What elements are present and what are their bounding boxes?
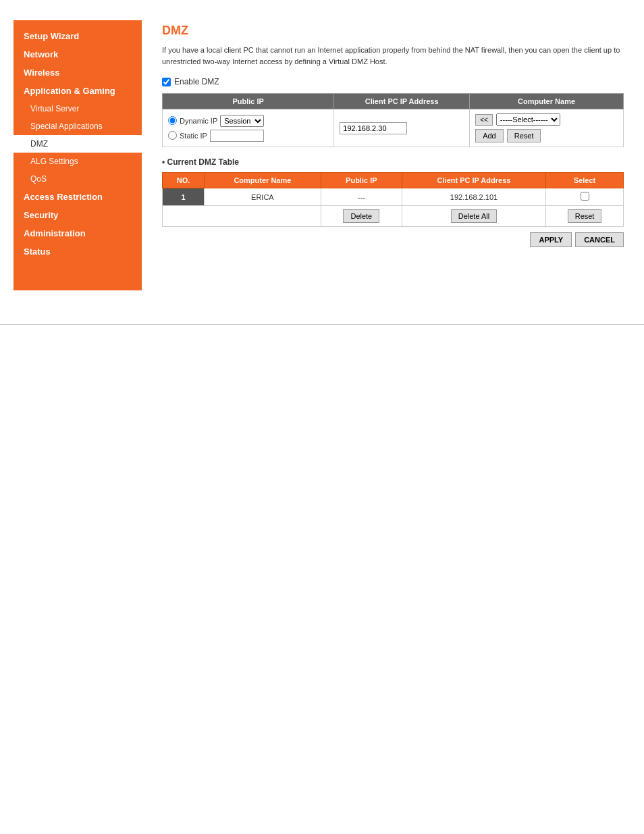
sidebar-item-status[interactable]: Status	[14, 242, 142, 261]
reset-top-button[interactable]: Reset	[507, 129, 541, 142]
session-select[interactable]: Session 1	[220, 115, 264, 127]
sidebar-item-qos[interactable]: QoS	[14, 170, 142, 188]
config-table: Public IP Client PC IP Address Computer …	[162, 93, 624, 147]
static-ip-row: Static IP	[168, 130, 328, 142]
page-divider	[0, 324, 644, 325]
delete-all-cell: Delete All	[402, 206, 545, 227]
add-reset-row: Add Reset	[475, 129, 618, 142]
client-ip-cell	[334, 109, 470, 147]
arrow-button[interactable]: <<	[475, 114, 493, 126]
sidebar-item-setup-wizard[interactable]: Setup Wizard	[14, 27, 142, 45]
row-select-cell	[546, 188, 624, 206]
computer-name-select[interactable]: -----Select------	[496, 113, 560, 126]
row-computer-name: ERICA	[204, 188, 321, 206]
dynamic-ip-label: Dynamic IP	[180, 117, 217, 125]
add-button[interactable]: Add	[475, 129, 504, 142]
computer-name-row: << -----Select------	[475, 113, 618, 126]
row-no: 1	[163, 188, 205, 206]
page-description: If you have a local client PC that canno…	[162, 45, 624, 67]
enable-dmz-label: Enable DMZ	[174, 77, 219, 86]
dmz-col-client-pc-ip: Client PC IP Address	[402, 173, 545, 188]
main-content: DMZ If you have a local client PC that c…	[155, 20, 630, 290]
sidebar-item-security[interactable]: Security	[14, 206, 142, 224]
ip-type-radio-group: Dynamic IP Session 1 Static IP	[168, 115, 328, 142]
reset-bottom-button[interactable]: Reset	[568, 209, 602, 223]
computer-name-cell: << -----Select------ Add Reset	[470, 109, 624, 147]
dynamic-ip-row: Dynamic IP Session 1	[168, 115, 328, 127]
empty-cell	[163, 206, 321, 227]
table-row: 1 ERICA --- 192.168.2.101	[163, 188, 624, 206]
sidebar-item-special-applications[interactable]: Special Applications	[14, 118, 142, 135]
dmz-table: NO. Computer Name Public IP Client PC IP…	[162, 172, 624, 227]
sidebar-item-administration[interactable]: Administration	[14, 224, 142, 242]
dmz-col-public-ip: Public IP	[321, 173, 402, 188]
client-ip-input[interactable]	[340, 122, 407, 134]
row-public-ip: ---	[321, 188, 402, 206]
row-select-checkbox[interactable]	[581, 192, 589, 201]
apply-button[interactable]: APPLY	[530, 232, 572, 247]
sidebar-item-virtual-server[interactable]: Virtual Server	[14, 100, 142, 118]
dmz-col-no: NO.	[163, 173, 205, 188]
sidebar-item-access-restriction[interactable]: Access Restriction	[14, 188, 142, 206]
col-computer-name: Computer Name	[470, 94, 624, 109]
sidebar: Setup Wizard Network Wireless Applicatio…	[14, 20, 142, 290]
sidebar-item-application-gaming[interactable]: Application & Gaming	[14, 82, 142, 100]
page-title: DMZ	[162, 24, 624, 38]
delete-row: Delete Delete All Reset	[163, 206, 624, 227]
bottom-buttons: APPLY CANCEL	[162, 232, 624, 247]
enable-dmz-checkbox[interactable]	[162, 78, 171, 86]
sidebar-item-dmz[interactable]: DMZ	[14, 135, 142, 153]
row-client-ip: 192.168.2.101	[402, 188, 545, 206]
dmz-table-header: Current DMZ Table	[162, 157, 624, 167]
reset-cell: Reset	[546, 206, 624, 227]
enable-dmz-row: Enable DMZ	[162, 77, 624, 86]
delete-all-button[interactable]: Delete All	[451, 209, 497, 223]
static-ip-label: Static IP	[180, 132, 207, 140]
cancel-button[interactable]: CANCEL	[575, 232, 624, 247]
dmz-col-select: Select	[546, 173, 624, 188]
sidebar-item-network[interactable]: Network	[14, 45, 142, 63]
public-ip-cell: Dynamic IP Session 1 Static IP	[163, 109, 334, 147]
delete-button[interactable]: Delete	[343, 209, 379, 223]
delete-cell: Delete	[321, 206, 402, 227]
sidebar-item-wireless[interactable]: Wireless	[14, 63, 142, 82]
static-ip-radio[interactable]	[168, 131, 177, 140]
dmz-col-computer-name: Computer Name	[204, 173, 321, 188]
col-public-ip: Public IP	[163, 94, 334, 109]
col-client-pc-ip: Client PC IP Address	[334, 94, 470, 109]
dynamic-ip-radio[interactable]	[168, 116, 177, 125]
sidebar-item-alg-settings[interactable]: ALG Settings	[14, 153, 142, 170]
static-ip-input[interactable]	[210, 130, 264, 142]
